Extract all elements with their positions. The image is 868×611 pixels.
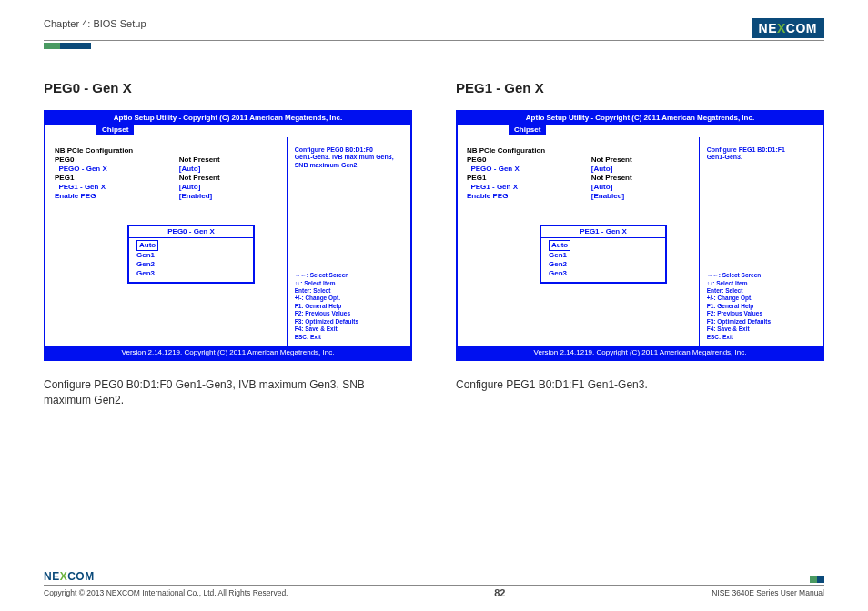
bios-main-pane: NB PCIe Configuration PEG0Not Present PE… bbox=[45, 137, 287, 346]
section-heading-right: PEG1 - Gen X bbox=[456, 80, 824, 95]
bios-setting-row[interactable]: PEG1 - Gen X[Auto] bbox=[55, 183, 281, 192]
bios-setting-row[interactable]: PEGO - Gen X[Auto] bbox=[467, 165, 693, 174]
bios-setting-row[interactable]: Enable PEG[Enabled] bbox=[55, 192, 281, 201]
bios-popup-peg1[interactable]: PEG1 - Gen X AutoGen1Gen2Gen3 bbox=[540, 225, 667, 284]
bios-setting-row: PEG0Not Present bbox=[55, 155, 281, 165]
bios-setting-row: PEG1Not Present bbox=[55, 174, 281, 183]
bios-titlebar: Aptio Setup Utility - Copyright (C) 2011… bbox=[45, 112, 410, 125]
desc-text-right: Configure PEG1 B0:D1:F1 Gen1-Gen3. bbox=[456, 377, 824, 393]
popup-title: PEG1 - Gen X bbox=[541, 226, 665, 238]
bios-section-heading: NB PCIe Configuration bbox=[55, 146, 281, 155]
popup-title: PEG0 - Gen X bbox=[129, 226, 253, 238]
bios-setting-row[interactable]: Enable PEG[Enabled] bbox=[467, 192, 693, 201]
left-column: PEG0 - Gen X Aptio Setup Utility - Copyr… bbox=[44, 80, 412, 409]
header-accent-bar bbox=[44, 43, 824, 49]
bios-help-pane: Configure PEG0 B0:D1:F0Gen1-Gen3. IVB ma… bbox=[287, 137, 410, 346]
header-logo: NEXCOM bbox=[752, 18, 824, 38]
popup-option[interactable]: Gen1 bbox=[549, 251, 658, 260]
bios-window-peg0: Aptio Setup Utility - Copyright (C) 2011… bbox=[44, 110, 412, 361]
bios-setting-row[interactable]: PEGO - Gen X[Auto] bbox=[55, 165, 281, 174]
bios-titlebar: Aptio Setup Utility - Copyright (C) 2011… bbox=[458, 112, 823, 125]
bios-tab-chipset[interactable]: Chipset bbox=[96, 125, 134, 135]
chapter-title: Chapter 4: BIOS Setup bbox=[44, 18, 146, 29]
section-heading-left: PEG0 - Gen X bbox=[44, 80, 412, 95]
footer-squares-icon bbox=[810, 576, 824, 583]
right-column: PEG1 - Gen X Aptio Setup Utility - Copyr… bbox=[456, 80, 824, 409]
desc-text-left: Configure PEG0 B0:D1:F0 Gen1-Gen3, IVB m… bbox=[44, 377, 412, 409]
popup-option[interactable]: Auto bbox=[136, 240, 158, 251]
bios-window-peg1: Aptio Setup Utility - Copyright (C) 2011… bbox=[456, 110, 824, 361]
footer-manual: NISE 3640E Series User Manual bbox=[712, 588, 824, 597]
footer-page-number: 82 bbox=[494, 587, 505, 598]
bios-setting-row[interactable]: PEG1 - Gen X[Auto] bbox=[467, 183, 693, 192]
bios-tab-chipset[interactable]: Chipset bbox=[509, 125, 546, 135]
bios-setting-row: PEG1Not Present bbox=[467, 174, 693, 183]
bios-help-pane: Configure PEG1 B0:D1:F1Gen1-Gen3. →←: Se… bbox=[699, 137, 823, 346]
bios-setting-row: PEG0Not Present bbox=[467, 155, 693, 165]
popup-option[interactable]: Gen2 bbox=[136, 260, 246, 269]
footer-copyright: Copyright © 2013 NEXCOM International Co… bbox=[44, 588, 288, 597]
bios-popup-peg0[interactable]: PEG0 - Gen X AutoGen1Gen2Gen3 bbox=[127, 225, 255, 284]
bios-main-pane: NB PCIe Configuration PEG0Not Present PE… bbox=[458, 137, 699, 346]
bios-footerbar: Version 2.14.1219. Copyright (C) 2011 Am… bbox=[45, 346, 410, 359]
bios-section-heading: NB PCIe Configuration bbox=[467, 146, 693, 155]
popup-option[interactable]: Gen3 bbox=[549, 269, 658, 278]
popup-option[interactable]: Gen2 bbox=[549, 260, 658, 269]
footer-logo: NEXCOM bbox=[44, 570, 95, 583]
bios-footerbar: Version 2.14.1219. Copyright (C) 2011 Am… bbox=[458, 346, 823, 359]
popup-option[interactable]: Gen1 bbox=[136, 251, 246, 260]
popup-option[interactable]: Gen3 bbox=[136, 269, 246, 278]
popup-option[interactable]: Auto bbox=[549, 240, 570, 251]
